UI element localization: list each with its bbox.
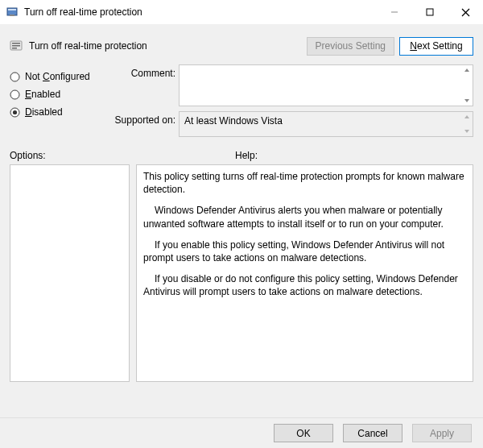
help-paragraph: This policy setting turns off real-time … [143,170,466,196]
close-button[interactable] [448,0,483,24]
supported-on-label: Supported on: [114,111,179,126]
previous-setting-button: Previous Setting [307,37,394,56]
help-paragraph: If you enable this policy setting, Windo… [143,239,466,264]
svg-marker-18 [464,130,469,133]
comment-scroll-down[interactable] [462,97,472,105]
supported-scroll-up [462,113,472,121]
supported-scroll-down [462,127,472,135]
svg-rect-4 [427,9,433,15]
svg-rect-2 [10,15,14,16]
policy-name: Turn off real-time protection [29,40,302,52]
window-buttons [377,0,483,24]
apply-button: Apply [412,424,472,442]
ok-button[interactable]: OK [274,424,333,442]
radio-not-configured[interactable]: Not Configured [10,68,106,85]
help-label: Help: [235,150,473,161]
svg-rect-10 [12,48,17,49]
cancel-button[interactable]: Cancel [343,424,402,442]
svg-marker-15 [464,68,469,72]
svg-point-14 [13,110,17,114]
options-pane[interactable] [10,164,130,382]
radio-disabled[interactable]: Disabled [10,103,106,121]
comment-label: Comment: [114,64,179,79]
svg-rect-1 [8,9,16,10]
titlebar: Turn off real-time protection [0,0,483,24]
svg-point-11 [10,73,19,81]
next-setting-button[interactable]: Next Setting [399,37,473,56]
svg-marker-17 [464,115,469,118]
radio-enabled[interactable]: Enabled [10,85,106,103]
comment-input[interactable] [179,64,473,106]
supported-on-field: At least Windows Vista [179,111,473,137]
help-pane[interactable]: This policy setting turns off real-time … [136,164,473,382]
svg-rect-9 [12,45,20,47]
maximize-button[interactable] [412,0,448,24]
comment-scroll-up[interactable] [462,66,472,74]
options-label: Options: [10,150,235,161]
window-title: Turn off real-time protection [24,6,377,18]
help-paragraph: If you disable or do not configure this … [143,272,466,298]
svg-marker-16 [464,99,469,102]
minimize-button[interactable] [377,0,412,24]
policy-header: Turn off real-time protection Previous S… [10,32,473,60]
policy-icon [10,39,23,52]
app-icon [6,6,19,19]
dialog-footer: OK Cancel Apply [0,417,483,448]
svg-point-12 [10,90,19,99]
svg-rect-8 [12,43,20,44]
help-paragraph: Windows Defender Antivirus alerts you wh… [143,204,466,230]
